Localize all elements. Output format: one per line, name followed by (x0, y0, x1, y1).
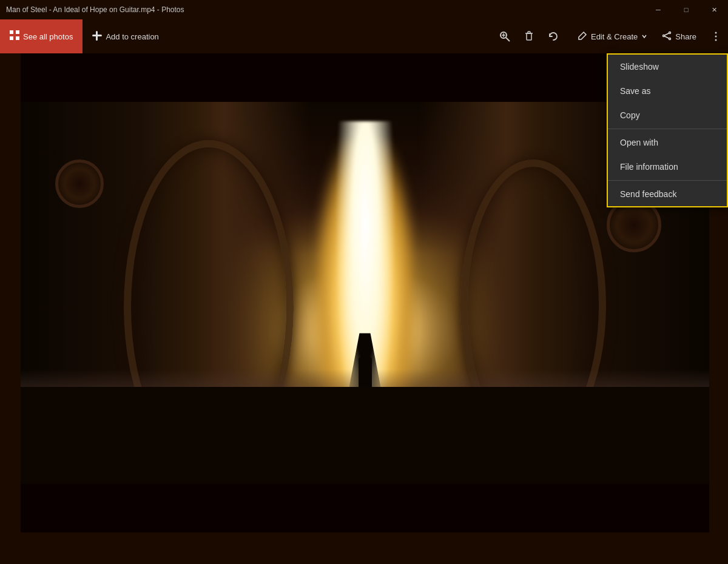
dropdown-item-copy[interactable]: Copy (608, 103, 727, 127)
dropdown-item-file-info[interactable]: File information (608, 155, 727, 179)
svg-point-15 (663, 35, 665, 36)
rotate-button[interactable] (541, 24, 565, 49)
chevron-down-icon (641, 32, 647, 41)
share-icon (662, 31, 672, 42)
svg-line-16 (665, 33, 669, 35)
title-bar: Man of Steel - An Ideal of Hope on Guita… (0, 0, 728, 19)
save-as-label: Save as (620, 86, 651, 96)
close-button[interactable]: ✕ (700, 0, 728, 19)
svg-rect-5 (96, 31, 98, 41)
copy-label: Copy (620, 110, 640, 120)
svg-point-13 (669, 32, 671, 33)
svg-rect-10 (527, 33, 531, 40)
svg-point-14 (669, 38, 671, 39)
slideshow-label: Slideshow (620, 62, 659, 72)
dropdown-divider-1 (608, 129, 727, 129)
dropdown-item-send-feedback[interactable]: Send feedback (608, 182, 727, 206)
svg-rect-3 (16, 36, 19, 40)
delete-button[interactable] (517, 24, 541, 49)
dropdown-item-slideshow[interactable]: Slideshow (608, 55, 727, 79)
dropdown-item-open-with[interactable]: Open with (608, 130, 727, 155)
add-to-creation-label: Add to creation (106, 32, 158, 41)
svg-rect-0 (10, 30, 13, 34)
minimize-button[interactable]: ─ (644, 0, 672, 19)
toolbar: See all photos Add to creation (0, 19, 728, 53)
dropdown-item-save-as[interactable]: Save as (608, 79, 727, 103)
edit-create-button[interactable]: Edit & Create (570, 24, 655, 49)
movie-scene (21, 102, 709, 484)
svg-line-17 (665, 36, 669, 38)
svg-point-18 (715, 32, 717, 34)
maximize-button[interactable]: □ (672, 0, 700, 19)
edit-icon (578, 31, 587, 42)
share-label: Share (675, 32, 696, 41)
arch-decoration-left (55, 159, 104, 208)
more-options-button[interactable] (704, 24, 728, 49)
send-feedback-label: Send feedback (620, 189, 676, 199)
svg-line-7 (506, 38, 510, 41)
grid-icon (10, 30, 19, 42)
figure-head (361, 351, 369, 360)
black-bar-bottom (21, 387, 709, 484)
svg-rect-1 (16, 30, 19, 34)
open-with-label: Open with (620, 138, 658, 147)
file-information-label: File information (620, 162, 678, 172)
edit-create-label: Edit & Create (591, 32, 638, 41)
dropdown-divider-2 (608, 180, 727, 181)
plus-icon (92, 31, 102, 42)
add-to-creation-button[interactable]: Add to creation (83, 19, 168, 53)
see-all-photos-label: See all photos (23, 32, 73, 41)
svg-rect-12 (528, 32, 530, 33)
zoom-button[interactable] (493, 24, 517, 49)
svg-point-20 (715, 39, 717, 41)
window-title: Man of Steel - An Ideal of Hope on Guita… (6, 5, 184, 14)
dropdown-menu: Slideshow Save as Copy Open with File in… (607, 53, 728, 207)
image-container (21, 53, 709, 532)
see-all-photos-button[interactable]: See all photos (0, 19, 83, 53)
svg-point-19 (715, 36, 717, 38)
window-controls: ─ □ ✕ (644, 0, 728, 19)
svg-rect-2 (10, 36, 13, 40)
share-button[interactable]: Share (655, 24, 704, 49)
